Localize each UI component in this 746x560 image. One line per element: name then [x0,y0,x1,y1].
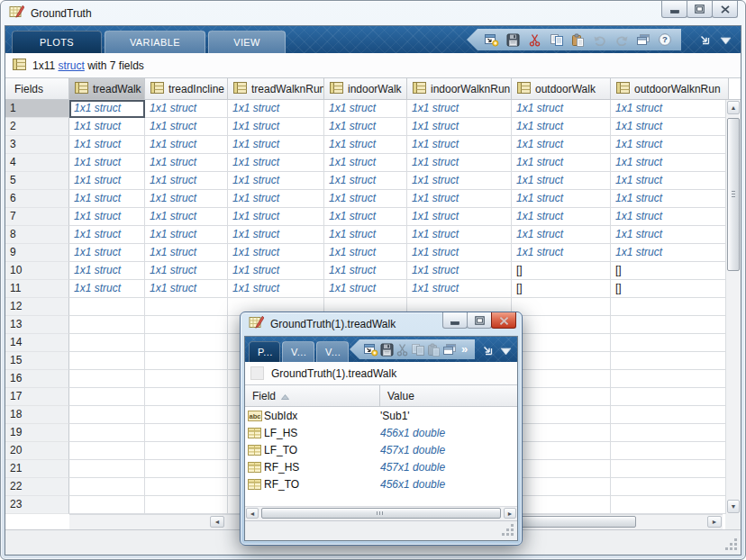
row-header-7[interactable]: 7 [5,208,69,226]
cell-outdoorWalk-14[interactable] [512,334,611,352]
cell-treadWalk-15[interactable] [69,352,145,370]
cell-outdoorWalknRun-4[interactable]: 1x1 struct [611,154,729,172]
cell-outdoorWalk-6[interactable]: 1x1 struct [512,190,611,208]
cell-indoorWalknRun-9[interactable]: 1x1 struct [407,244,512,262]
cell-treadIncline-3[interactable]: 1x1 struct [145,136,228,154]
overflow-icon-button[interactable]: » [459,341,470,357]
cell-outdoorWalk-19[interactable] [512,424,611,442]
row-header-20[interactable]: 20 [5,442,69,460]
horizontal-scroll-thumb[interactable] [261,508,501,519]
cell-treadIncline-21[interactable] [145,460,228,478]
row-header-14[interactable]: 14 [5,334,69,352]
cell-outdoorWalk-2[interactable]: 1x1 struct [512,118,611,136]
cell-treadWalk-23[interactable] [69,496,145,514]
cell-treadIncline-5[interactable]: 1x1 struct [145,172,228,190]
cascade-windows-icon-button[interactable] [442,341,457,357]
field-row-LF_TO[interactable]: LF_TO457x1 double [245,441,517,458]
row-header-3[interactable]: 3 [5,136,69,154]
restore-button[interactable] [687,1,713,18]
cell-outdoorWalk-11[interactable]: [] [512,280,611,298]
cell-outdoorWalknRun-18[interactable] [611,406,729,424]
dock-arrow-icon[interactable] [699,32,710,49]
main-titlebar[interactable]: GroundTruth [1,1,745,25]
cell-outdoorWalknRun-2[interactable]: 1x1 struct [611,118,729,136]
vertical-scroll-thumb[interactable] [727,118,740,271]
close-button[interactable] [712,1,738,18]
cell-outdoorWalknRun-12[interactable] [611,298,729,316]
cell-treadWalk-6[interactable]: 1x1 struct [69,190,145,208]
row-header-11[interactable]: 11 [5,280,69,298]
cell-outdoorWalk-18[interactable] [512,406,611,424]
cell-treadWalknRun-3[interactable]: 1x1 struct [228,136,324,154]
cell-indoorWalk-2[interactable]: 1x1 struct [324,118,407,136]
cell-treadWalk-19[interactable] [69,424,145,442]
row-header-9[interactable]: 9 [5,244,69,262]
popup-column-header-field[interactable]: Field [245,385,380,406]
cell-treadIncline-14[interactable] [145,334,228,352]
popup-column-header-value[interactable]: Value [380,385,517,406]
cell-outdoorWalk-15[interactable] [512,352,611,370]
cell-treadWalknRun-9[interactable]: 1x1 struct [228,244,324,262]
row-header-1[interactable]: 1 [5,100,69,118]
cell-outdoorWalk-12[interactable] [512,298,611,316]
cell-outdoorWalknRun-16[interactable] [611,370,729,388]
cell-treadWalk-2[interactable]: 1x1 struct [69,118,145,136]
cell-outdoorWalk-7[interactable]: 1x1 struct [512,208,611,226]
cell-treadWalknRun-1[interactable]: 1x1 struct [228,100,324,118]
row-header-8[interactable]: 8 [5,226,69,244]
cell-treadIncline-16[interactable] [145,370,228,388]
cell-indoorWalk-5[interactable]: 1x1 struct [324,172,407,190]
cell-treadIncline-22[interactable] [145,478,228,496]
cell-treadWalk-11[interactable]: 1x1 struct [69,280,145,298]
cell-treadWalk-9[interactable]: 1x1 struct [69,244,145,262]
cell-treadWalk-3[interactable]: 1x1 struct [69,136,145,154]
cell-treadIncline-1[interactable]: 1x1 struct [145,100,228,118]
cell-outdoorWalknRun-17[interactable] [611,388,729,406]
cell-indoorWalknRun-6[interactable]: 1x1 struct [407,190,512,208]
cell-treadIncline-4[interactable]: 1x1 struct [145,154,228,172]
cell-treadWalk-12[interactable] [69,298,145,316]
cascade-windows-icon-button[interactable] [633,31,652,50]
cell-treadIncline-20[interactable] [145,442,228,460]
cell-outdoorWalk-4[interactable]: 1x1 struct [512,154,611,172]
scroll-up-button[interactable]: ▲ [727,101,740,114]
column-header-fields[interactable]: Fields [5,78,69,100]
cell-treadWalk-13[interactable] [69,316,145,334]
cell-outdoorWalknRun-21[interactable] [611,460,729,478]
cell-treadWalk-14[interactable] [69,334,145,352]
cell-treadIncline-2[interactable]: 1x1 struct [145,118,228,136]
cell-treadWalk-18[interactable] [69,406,145,424]
cell-indoorWalknRun-3[interactable]: 1x1 struct [407,136,512,154]
row-header-21[interactable]: 21 [5,460,69,478]
column-header-indoorWalknRun[interactable]: indoorWalknRun [407,78,512,100]
cell-indoorWalk-4[interactable]: 1x1 struct [324,154,407,172]
cell-treadWalknRun-8[interactable]: 1x1 struct [228,226,324,244]
cell-indoorWalk-6[interactable]: 1x1 struct [324,190,407,208]
field-row-LF_HS[interactable]: LF_HS456x1 double [245,424,517,441]
cell-outdoorWalk-20[interactable] [512,442,611,460]
column-header-indoorWalk[interactable]: indoorWalk [324,78,407,100]
column-header-outdoorWalk[interactable]: outdoorWalk [512,78,611,100]
cell-outdoorWalknRun-9[interactable]: 1x1 struct [611,244,729,262]
field-row-RF_TO[interactable]: RF_TO456x1 double [245,475,517,492]
toolstrip-collapse-icon[interactable] [720,32,732,49]
popup-horizontal-scrollbar[interactable]: ◄ ► [245,506,517,520]
cell-treadWalknRun-4[interactable]: 1x1 struct [228,154,324,172]
cell-treadWalknRun-2[interactable]: 1x1 struct [228,118,324,136]
cell-outdoorWalknRun-22[interactable] [611,478,729,496]
row-header-13[interactable]: 13 [5,316,69,334]
save-icon-button[interactable] [380,341,394,357]
tab-variable[interactable]: VARIABLE [105,31,205,53]
cell-outdoorWalknRun-15[interactable] [611,352,729,370]
tab-view-truncated[interactable]: V... [316,341,349,362]
scroll-right-button[interactable]: ► [504,508,516,519]
field-row-RF_HS[interactable]: RF_HS457x1 double [245,458,517,475]
cell-indoorWalk-1[interactable]: 1x1 struct [324,100,407,118]
cell-indoorWalk-8[interactable]: 1x1 struct [324,226,407,244]
row-header-22[interactable]: 22 [5,478,69,496]
column-header-treadWalknRun[interactable]: treadWalknRun [228,78,324,100]
cell-outdoorWalk-21[interactable] [512,460,611,478]
cell-outdoorWalknRun-1[interactable]: 1x1 struct [611,100,729,118]
cell-treadIncline-8[interactable]: 1x1 struct [145,226,228,244]
tab-plots[interactable]: PLOTS [12,31,102,53]
